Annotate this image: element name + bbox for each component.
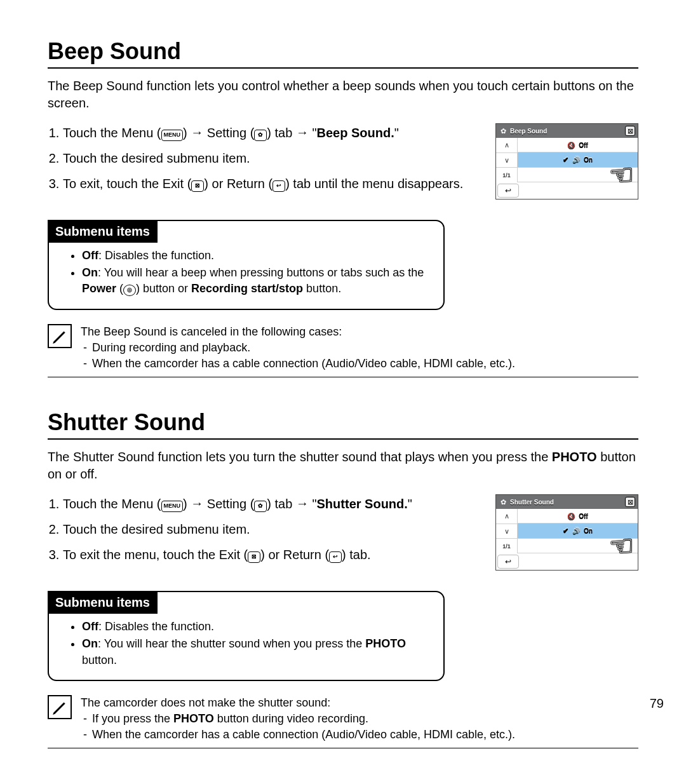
return-icon: ↩ [497,555,519,569]
power-icon: ◎ [123,285,136,296]
step-2: Touch the desired submenu item. [63,520,476,539]
note-item: When the camcorder has a cable connectio… [81,727,515,743]
return-icon: ↩ [497,184,519,198]
submenu-label: Submenu items [48,591,158,614]
return-icon: ↩ [329,551,342,563]
arrow-icon: → [296,494,309,513]
list-item-off: 🔇 Off [518,509,638,524]
submenu-box: Submenu items Off: Disables the function… [48,591,445,681]
sound-off-icon: 🔇 [567,142,575,149]
submenu-item-on: On: You will hear the shutter sound when… [82,636,429,668]
note-item: If you press the PHOTO button during vid… [81,711,515,727]
close-icon: ⊠ [625,497,635,507]
note-lead: The Beep Sound is canceled in the follow… [81,324,515,340]
intro-text: The Beep Sound function lets you control… [48,78,638,112]
note-lead: The camcorder does not make the shutter … [81,695,515,711]
close-icon: ⊠ [625,126,635,136]
step-3: To exit the menu, touch the Exit (⊠) or … [63,545,476,564]
sound-off-icon: 🔇 [567,513,575,520]
submenu-item-off: Off: Disables the function. [82,248,429,264]
arrow-icon: → [296,123,309,142]
submenu-box: Submenu items Off: Disables the function… [48,220,445,310]
menu-icon: MENU [161,501,184,512]
close-icon: ⊠ [248,551,260,563]
page-indicator: 1/1 [496,539,517,553]
section-title-beep-sound: Beep Sound [48,38,638,69]
note-icon [48,695,72,719]
up-arrow-icon: ∧ [496,509,517,524]
step-1: Touch the Menu (MENU) → Setting (✿) tab … [63,123,476,142]
arrow-icon: → [191,123,203,142]
up-arrow-icon: ∧ [496,138,517,153]
sound-on-icon: 🔊 [572,527,580,534]
submenu-item-off: Off: Disables the function. [82,619,429,635]
submenu-item-on: On: You will hear a beep when pressing b… [82,265,429,297]
list-item-on: ✔ 🔊 On [518,152,638,167]
list-item-on: ✔ 🔊 On [518,524,638,538]
step-2: Touch the desired submenu item. [63,149,476,168]
screen-title-label: Shutter Sound [508,499,625,506]
step-3: To exit, touch the Exit (⊠) or Return (↩… [63,174,476,193]
page-indicator: 1/1 [496,168,517,182]
gear-icon: ✿ [254,130,267,141]
arrow-icon: → [191,494,203,513]
gear-icon: ✿ [254,501,267,512]
sound-on-icon: 🔊 [572,156,580,163]
menu-icon: MENU [161,130,184,141]
list-item-off: 🔇 Off [518,138,638,152]
close-icon: ⊠ [191,180,204,192]
check-icon: ✔ [563,527,568,535]
page-number: 79 [650,696,664,711]
down-arrow-icon: ∨ [496,524,517,539]
down-arrow-icon: ∨ [496,153,517,168]
intro-text: The Shutter Sound function lets you turn… [48,449,638,483]
list-item-empty [518,168,638,182]
list-item-empty [518,539,638,553]
note-item: During recording and playback. [81,340,515,356]
steps-list: Touch the Menu (MENU) → Setting (✿) tab … [48,123,476,199]
section-title-shutter-sound: Shutter Sound [48,409,638,440]
return-icon: ↩ [272,180,285,192]
screen-mock-shutter: ✿ Shutter Sound ⊠ ∧ ∨ 1/1 🔇 Off ✔ 🔊 On [495,494,638,571]
note-box: The Beep Sound is canceled in the follow… [48,324,638,378]
gear-icon: ✿ [499,126,508,135]
screen-mock-beep: ✿ Beep Sound ⊠ ∧ ∨ 1/1 🔇 Off ✔ 🔊 On [495,123,638,199]
steps-list: Touch the Menu (MENU) → Setting (✿) tab … [48,494,476,571]
check-icon: ✔ [563,156,568,164]
step-1: Touch the Menu (MENU) → Setting (✿) tab … [63,494,476,513]
gear-icon: ✿ [499,497,508,506]
note-box: The camcorder does not make the shutter … [48,695,638,749]
note-item: When the camcorder has a cable connectio… [81,356,515,372]
submenu-label: Submenu items [48,220,158,243]
note-icon [48,324,72,348]
screen-title-label: Beep Sound [508,128,625,135]
